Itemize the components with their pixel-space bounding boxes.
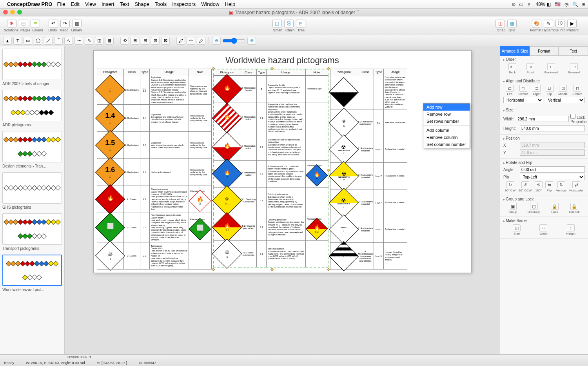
sidebar-thumb-2[interactable] xyxy=(2,131,62,162)
rot-btns-vertical[interactable]: ⇅Vertical xyxy=(556,181,566,192)
snap-button[interactable]: ◫ xyxy=(495,20,505,27)
angle-input[interactable] xyxy=(520,166,585,173)
status-menu-icon[interactable]: ≡ xyxy=(582,2,585,7)
lock-proportions-checkbox[interactable] xyxy=(570,114,575,119)
rot-btns-90cw[interactable]: ↻90° CW xyxy=(505,181,516,192)
align-header[interactable]: Align and Distribute xyxy=(503,79,585,83)
eyedrop-text[interactable]: 🖊 xyxy=(197,37,205,45)
connector-tool[interactable]: ⤳ xyxy=(74,37,83,45)
sidebar-thumb-0[interactable] xyxy=(2,49,62,80)
hazard-table-2[interactable]: PictogramClassTypeUsageNote🔥33: Flammabl… xyxy=(213,69,328,268)
ctx-item-remove-row[interactable]: Remove row xyxy=(423,111,470,118)
zoom-in-button[interactable]: ⊕ xyxy=(247,37,256,45)
menu-help[interactable]: Help xyxy=(225,1,235,7)
close-icon[interactable] xyxy=(3,10,8,15)
edit-tool-3[interactable]: ⊟ xyxy=(141,37,149,45)
pointer-tool[interactable]: ▲ xyxy=(3,37,12,45)
align-vertical-select[interactable]: Vertical xyxy=(545,97,585,103)
status-displays-icon[interactable]: ⎚ xyxy=(512,2,515,7)
pages-sidebar[interactable]: ADR 2007 labels of dangerADR pictogramsD… xyxy=(0,46,65,360)
rect-tool[interactable]: ▭ xyxy=(24,37,32,45)
grp-btns-group[interactable]: ▣Group xyxy=(508,203,517,214)
edit-tool-1[interactable]: ⟲ xyxy=(120,37,129,45)
format-button[interactable]: 🎨 xyxy=(532,20,541,27)
ctx-item-add-row[interactable]: Add row xyxy=(423,104,470,111)
eyedrop-fill[interactable]: 🖍 xyxy=(176,37,185,45)
ellipse-tool[interactable]: ◯ xyxy=(34,37,42,45)
rot-btns-flip[interactable]: ⇋Flip xyxy=(545,181,553,192)
edit-tool-5[interactable]: ⊠ xyxy=(161,37,170,45)
zoom-slider[interactable] xyxy=(222,38,246,44)
height-input[interactable] xyxy=(520,125,585,131)
sidebar-thumb-3[interactable] xyxy=(2,172,62,204)
status-battery[interactable]: 48% ◧ xyxy=(536,2,551,7)
size-header[interactable]: Size xyxy=(503,108,585,112)
status-wifi-icon[interactable]: ᯤ xyxy=(527,2,532,7)
order-btns-backward[interactable]: ⇠Backward xyxy=(544,63,558,74)
table-tool[interactable]: ▦ xyxy=(105,37,114,45)
order-btns-forward[interactable]: ⇢Forward xyxy=(568,63,580,74)
spline-tool[interactable]: ∿ xyxy=(64,37,73,45)
menu-tools[interactable]: Tools xyxy=(155,1,167,7)
status-airplay-icon[interactable]: ▭ xyxy=(519,2,523,7)
ctx-item-set-columns-number[interactable]: Set columns number xyxy=(423,141,470,148)
menu-window[interactable]: Window xyxy=(201,1,219,7)
pin-select[interactable]: Top-Left xyxy=(520,174,585,180)
info-button[interactable]: ⓘ xyxy=(555,20,565,27)
selection-handle[interactable] xyxy=(327,268,330,271)
edit-tool-4[interactable]: ⊡ xyxy=(151,37,160,45)
present-button[interactable]: ▶ xyxy=(567,20,577,27)
status-spotlight-icon[interactable]: 🔍 xyxy=(572,2,578,7)
pages-button[interactable]: ▤ xyxy=(19,20,28,27)
order-btns-front[interactable]: ⇥Front xyxy=(526,63,534,74)
selection-handle[interactable] xyxy=(212,268,215,271)
rot-btns-90ccw[interactable]: ↺90° CCW xyxy=(519,181,532,192)
layers-button[interactable]: ≣ xyxy=(31,20,40,27)
hypernote-button[interactable]: ✎ xyxy=(544,20,553,27)
zoom-out-button[interactable]: ⊖ xyxy=(212,37,221,45)
menu-insert[interactable]: Insert xyxy=(102,1,114,7)
tab-text[interactable]: Text xyxy=(559,46,588,56)
align-btns-middle[interactable]: ⊡Middle xyxy=(558,85,568,96)
menu-text[interactable]: Text xyxy=(120,1,129,7)
ctx-item-add-column[interactable]: Add column xyxy=(423,127,470,134)
order-btns-back[interactable]: ⇤Back xyxy=(508,63,516,74)
order-header[interactable]: Order xyxy=(503,57,585,62)
sidebar-thumb-1[interactable] xyxy=(2,90,62,121)
same-btns-width[interactable]: ↔Width xyxy=(539,224,547,235)
tab-arrange[interactable]: Arrange & Size xyxy=(500,46,530,56)
zoom-icon[interactable] xyxy=(17,10,22,15)
canvas-area[interactable]: Worldwide hazard pictograms PictogramCla… xyxy=(65,46,500,360)
undo-button[interactable]: ↶ xyxy=(49,20,58,27)
same-header[interactable]: Make Same xyxy=(503,219,585,223)
group-header[interactable]: Group and Lock xyxy=(503,197,585,201)
tab-format[interactable]: Format xyxy=(530,46,559,56)
rotate-header[interactable]: Rotate and Flip xyxy=(503,160,585,165)
same-btns-size[interactable]: ◫Size xyxy=(513,224,521,235)
grp-btns-ungroup[interactable]: ▢UnGroup xyxy=(528,203,540,214)
sidebar-thumb-4[interactable] xyxy=(2,213,62,245)
zoom-dropdown-icon[interactable]: ▾ xyxy=(89,355,91,359)
menu-shape[interactable]: Shape xyxy=(134,1,149,7)
pen-tool[interactable]: ✎ xyxy=(85,37,93,45)
menu-view[interactable]: View xyxy=(85,1,96,7)
width-input[interactable] xyxy=(516,116,569,122)
align-btns-top[interactable]: ⊔Top xyxy=(546,85,554,96)
grid-button[interactable]: ▦ xyxy=(507,20,517,27)
align-btns-right[interactable]: ⊐Right xyxy=(533,85,541,96)
tree-button[interactable]: ⊟ xyxy=(296,20,305,27)
eraser-tool[interactable]: ◫ xyxy=(95,37,103,45)
solutions-button[interactable]: ✱ xyxy=(7,20,16,27)
menu-inspectors[interactable]: Inspectors xyxy=(172,1,196,7)
redo-button[interactable]: ↷ xyxy=(60,20,70,27)
menu-edit[interactable]: Edit xyxy=(71,1,80,7)
ctx-item-set-rows-number[interactable]: Set rows number xyxy=(423,118,470,125)
status-clock-icon[interactable]: ◷ xyxy=(564,2,568,7)
position-header[interactable]: Position xyxy=(503,136,585,140)
library-button[interactable]: ▥ xyxy=(72,20,82,27)
rot-btns-180[interactable]: ⟲180° xyxy=(535,181,543,192)
text-tool[interactable]: T xyxy=(13,37,22,45)
sidebar-thumb-5[interactable] xyxy=(2,255,62,286)
menu-file[interactable]: File xyxy=(57,1,65,7)
arc-tool[interactable]: ⌒ xyxy=(54,37,63,45)
